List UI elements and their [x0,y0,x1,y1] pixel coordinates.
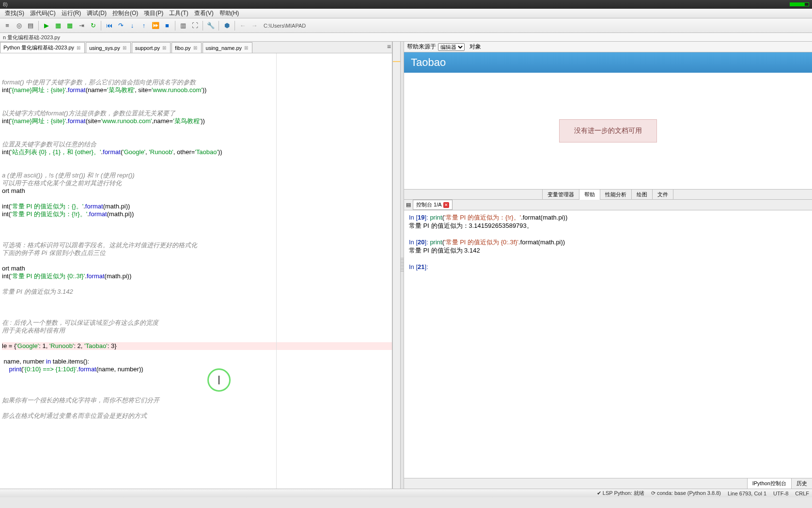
menubar: 查找(S)源代码(C)运行(R)调试(D)控制台(O)项目(P)工具(T)查看(… [0,9,812,18]
code-line [2,373,392,381]
code-line: int('{name}网址：{site}'.format(name='菜鸟教程'… [2,86,392,94]
code-editor[interactable]: format() 中使用了关键字参数，那么它们的值会指向使用该名字的参数int(… [0,53,392,489]
continue-icon[interactable]: ⏩ [150,20,161,31]
editor-scrollbar[interactable] [392,42,400,489]
rerun-icon[interactable]: ↻ [88,20,98,31]
run-icon[interactable]: ▶ [41,20,52,31]
menu-item[interactable]: 运行(R) [59,8,84,18]
code-line: int('常量 PI 的值近似为 {0:.3f}'.format(math.pi… [2,272,392,280]
os-titlebar: 8) [0,0,812,9]
editor-tab[interactable]: support.py⊠ [132,42,171,53]
editor-tab[interactable]: using_name.py⊠ [203,42,253,53]
menu-item[interactable]: 查看(V) [191,8,217,18]
doc-title: Taobao [404,52,812,73]
debug-start-icon[interactable]: ⏮ [104,20,114,31]
close-icon[interactable]: ⊠ [161,45,167,51]
editor-tab[interactable]: using_sys.py⊠ [86,42,131,53]
console-pane: ▤ 控制台 1/A ✕ In [19]: print('常量 PI 的值近似为：… [404,200,812,478]
console-tab-label: 控制台 1/A [416,201,442,208]
run-cell-advance-icon[interactable]: ▦ [64,20,75,31]
main-area: Python 量化编程基础-2023.py⊠using_sys.py⊠suppo… [0,42,812,489]
code-line [2,404,392,412]
menu-item[interactable]: 调试(D) [84,8,109,18]
editor-tab[interactable]: Python 量化编程基础-2023.py⊠ [0,42,85,53]
close-icon[interactable]: ⊠ [243,45,249,51]
right-tab[interactable]: 帮助 [579,190,600,200]
target-icon[interactable]: ◎ [14,20,24,31]
close-icon[interactable]: ⊠ [76,45,81,51]
step-into-icon[interactable]: ↓ [127,20,138,31]
help-header: 帮助来源于 编辑器 对象 [404,42,812,52]
code-line: le = {'Google': 1, 'Runoob': 2, 'Taobao'… [2,342,392,350]
close-icon[interactable]: ✕ [443,202,449,208]
menu-item[interactable]: 帮助(H) [217,8,242,18]
close-icon[interactable]: ⊠ [192,45,198,51]
console-list-icon[interactable]: ▤ [406,202,411,208]
code-line: format() 中使用了关键字参数，那么它们的值会指向使用该名字的参数 [2,79,392,86]
bottom-tab[interactable]: IPython控制台 [747,478,792,489]
menu-item[interactable]: 项目(P) [141,8,166,18]
code-line [2,164,392,172]
back-icon[interactable]: ← [237,20,248,31]
run-selection-icon[interactable]: ⇥ [76,20,87,31]
code-line: int('{name}网址：{site}'.format(site='www.r… [2,117,392,125]
help-source-label: 帮助来源于 [407,43,436,51]
editor-tab[interactable]: fibo.py⊠ [172,42,201,53]
menu-item[interactable]: 源代码(C) [27,8,59,18]
code-line [2,156,392,164]
code-line: 下面的例子将 Pi 保留到小数点后三位 [2,249,392,257]
menu-item[interactable]: 工具(T) [166,8,191,18]
step-out-icon[interactable]: ↑ [139,20,149,31]
bottom-tab[interactable]: 历史 [791,478,812,489]
console-line: In [20]: print('常量 PI 的值近似为 {0:.3f}'.for… [409,238,807,246]
stop-icon[interactable]: ■ [162,20,172,31]
code-line [2,195,392,203]
right-tab[interactable]: 性能分析 [600,190,632,200]
console-line: 常量 PI 的值近似为 3.142 [409,246,807,254]
tab-label: support.py [135,45,160,51]
maximize-icon[interactable]: ⛶ [189,20,200,31]
menu-icon[interactable]: ≡ [2,20,13,31]
editor-pane: Python 量化编程基础-2023.py⊠using_sys.py⊠suppo… [0,42,392,489]
run-cell-icon[interactable]: ▦ [53,20,63,31]
right-tab[interactable]: 绘图 [631,190,653,200]
status-eol: CRLF [795,491,809,496]
console-tab[interactable]: 控制台 1/A ✕ [413,200,453,210]
forward-icon[interactable]: → [249,20,260,31]
code-line [2,311,392,319]
bottom-tabs: IPython控制台历史 [404,478,812,489]
tab-label: fibo.py [175,45,190,51]
pane-splitter[interactable] [400,42,404,489]
close-icon[interactable]: ⊠ [122,45,127,51]
console-output[interactable]: In [19]: print('常量 PI 的值近似为：{!r}。'.forma… [404,210,812,478]
right-tab[interactable]: 文件 [652,190,673,200]
column-guide [276,53,277,489]
tab-label: using_name.py [206,45,242,51]
tabs-menu-icon[interactable]: ≡ [387,43,391,50]
menu-item[interactable]: 查找(S) [2,8,27,18]
code-line: int('站点列表 {0}，{1}，和 {other}。'.format('Go… [2,148,392,156]
code-line: 以关键字方式给format()方法提供参数，参数位置就无关紧要了 [2,110,392,117]
code-line [2,280,392,288]
code-line: name, number in table.items(): [2,358,392,365]
code-line [2,125,392,133]
file-tab-label[interactable]: n 量化编程基础-2023.py [3,34,60,40]
help-source-select[interactable]: 编辑器 [438,43,465,51]
menu-item[interactable]: 控制台(O) [109,8,141,18]
code-line: 那么在格式化时通过变量名而非位置会是更好的方式 [2,412,392,420]
code-line [2,133,392,141]
tab-label: Python 量化编程基础-2023.py [3,44,74,51]
step-over-icon[interactable]: ↷ [115,20,126,31]
code-line: ort math [2,265,392,272]
python-icon[interactable]: ⬢ [221,20,232,31]
working-dir-path[interactable]: C:\Users\MIAPAD [261,23,810,29]
folder-icon[interactable]: ▤ [25,20,36,31]
code-line: 如果你有一个很长的格式化字符串，而你不想将它们分开 [2,397,392,404]
settings-icon[interactable]: 🔧 [205,20,216,31]
layout-icon[interactable]: ▥ [178,20,188,31]
code-line: 用于美化表格时很有用 [2,327,392,334]
code-line [2,350,392,358]
right-tab[interactable]: 变量管理器 [542,190,579,200]
console-line: 常量 PI 的值近似为：3.141592653589793。 [409,222,807,230]
console-line [409,230,807,238]
